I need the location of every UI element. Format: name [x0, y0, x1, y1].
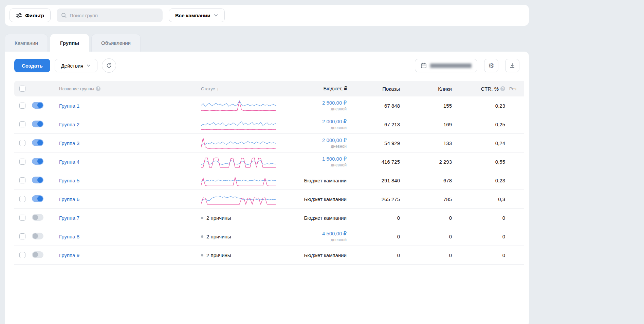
row-checkbox[interactable] — [19, 177, 25, 183]
tabs: Кампании Группы Объявления — [5, 34, 639, 52]
budget-period-label: дневной — [279, 125, 347, 130]
row-checkbox[interactable] — [19, 121, 25, 127]
row-checkbox[interactable] — [19, 140, 25, 146]
select-all-checkbox[interactable] — [19, 86, 25, 92]
group-name-link[interactable]: Группа 8 — [59, 234, 79, 239]
download-icon — [509, 62, 515, 69]
create-button-label: Создать — [22, 63, 43, 69]
status-cell[interactable] — [200, 98, 278, 113]
budget-cell: 2 500,00 ₽дневной — [278, 100, 348, 111]
create-button[interactable]: Создать — [14, 59, 50, 72]
refresh-icon — [106, 62, 112, 69]
status-cell[interactable] — [200, 192, 278, 206]
status-sparkline[interactable] — [201, 173, 276, 187]
tab-groups[interactable]: Группы — [50, 34, 89, 52]
group-name-link[interactable]: Группа 6 — [59, 196, 79, 202]
col-status-label[interactable]: Статус — [201, 86, 215, 91]
status-cell[interactable] — [200, 173, 278, 187]
budget-value[interactable]: 2 000,00 ₽ — [279, 137, 347, 143]
status-cell[interactable] — [200, 155, 278, 169]
status-cell[interactable]: 2 причины — [200, 234, 278, 239]
impressions-cell: 291 840 — [348, 178, 401, 183]
actions-button-label: Действия — [61, 63, 84, 69]
group-toggle[interactable] — [32, 195, 43, 202]
group-toggle[interactable] — [32, 121, 43, 127]
date-range-field[interactable] — [415, 59, 477, 72]
col-name-label[interactable]: Название группы — [59, 86, 94, 91]
status-cell[interactable]: 2 причины — [200, 252, 278, 258]
group-name-link[interactable]: Группа 9 — [59, 252, 79, 258]
filter-button[interactable]: Фильтр — [10, 8, 51, 22]
group-name-link[interactable]: Группа 1 — [59, 103, 79, 109]
row-checkbox[interactable] — [19, 233, 25, 239]
status-reasons-link[interactable]: 2 причины — [206, 252, 231, 258]
group-name-link[interactable]: Группа 5 — [59, 178, 79, 183]
chevron-down-icon — [86, 63, 91, 68]
status-reasons-link[interactable]: 2 причины — [206, 234, 231, 239]
group-name-link[interactable]: Группа 7 — [59, 215, 79, 221]
campaigns-dropdown[interactable]: Все кампании — [169, 8, 225, 22]
status-cell[interactable] — [200, 117, 278, 131]
status-reasons-link[interactable]: 2 причины — [206, 215, 231, 221]
group-toggle[interactable] — [32, 233, 43, 239]
status-dot — [201, 217, 203, 219]
toggle-knob — [33, 233, 38, 239]
col-impressions-label[interactable]: Показы — [382, 86, 400, 92]
row-checkbox[interactable] — [19, 215, 25, 221]
budget-campaign-label: Бюджет кампании — [279, 252, 347, 258]
budget-value[interactable]: 4 500,00 ₽ — [279, 231, 347, 237]
sort-desc-icon[interactable]: ↓ — [217, 86, 219, 91]
budget-cell: 1 500,00 ₽дневной — [278, 156, 348, 167]
status-sparkline[interactable] — [201, 192, 276, 206]
status-cell[interactable] — [200, 136, 278, 150]
row-checkbox[interactable] — [19, 252, 25, 258]
tab-campaigns[interactable]: Кампании — [5, 34, 48, 52]
budget-value[interactable]: 1 500,00 ₽ — [279, 156, 347, 162]
group-toggle[interactable] — [32, 139, 43, 146]
tab-ads[interactable]: Объявления — [91, 34, 141, 52]
row-checkbox[interactable] — [19, 159, 25, 165]
groups-panel: Создать Действия — [5, 52, 529, 324]
status-sparkline[interactable] — [201, 117, 276, 131]
toolbar: Создать Действия — [5, 52, 529, 73]
status-cell[interactable]: 2 причины — [200, 215, 278, 221]
clicks-cell: 678 — [401, 178, 453, 183]
status-sparkline[interactable] — [201, 136, 276, 150]
group-name-link[interactable]: Группа 3 — [59, 140, 79, 146]
group-name-link[interactable]: Группа 2 — [59, 122, 79, 127]
row-checkbox[interactable] — [19, 103, 25, 109]
col-results-label[interactable]: Рез — [509, 86, 516, 91]
group-toggle[interactable] — [32, 214, 43, 221]
group-toggle[interactable] — [32, 251, 43, 258]
filter-bar: Фильтр Все кампании — [5, 5, 529, 26]
table-row: Группа 1 2 500,00 ₽дневной 67 848 155 0,… — [14, 96, 524, 115]
toggle-knob — [37, 159, 43, 164]
status-sparkline[interactable] — [201, 155, 276, 169]
impressions-cell: 54 929 — [348, 140, 401, 146]
settings-button[interactable]: ⚙ — [484, 59, 498, 72]
impressions-cell: 265 275 — [348, 196, 401, 202]
chevron-down-icon — [214, 13, 218, 18]
download-button[interactable] — [505, 59, 519, 72]
row-checkbox[interactable] — [19, 196, 25, 202]
col-budget-label[interactable]: Бюджет, ₽ — [324, 86, 347, 92]
table-body: Группа 1 2 500,00 ₽дневной 67 848 155 0,… — [14, 96, 524, 265]
group-toggle[interactable] — [32, 158, 43, 165]
budget-value[interactable]: 2 000,00 ₽ — [279, 119, 347, 125]
col-ctr-label[interactable]: CTR, % — [481, 86, 499, 92]
group-toggle[interactable] — [32, 177, 43, 183]
status-sparkline[interactable] — [201, 98, 276, 113]
actions-button[interactable]: Действия — [55, 59, 98, 72]
col-clicks-label[interactable]: Клики — [438, 86, 452, 92]
ctr-cell: 0 — [453, 234, 506, 239]
date-range-redacted — [430, 64, 472, 68]
help-icon[interactable]: ? — [500, 86, 505, 91]
budget-value[interactable]: 2 500,00 ₽ — [279, 100, 347, 106]
clicks-cell: 0 — [401, 234, 453, 239]
help-icon[interactable]: ? — [96, 86, 100, 91]
search-input[interactable] — [57, 8, 163, 22]
refresh-button[interactable] — [102, 58, 116, 73]
group-name-link[interactable]: Группа 4 — [59, 159, 79, 165]
group-toggle[interactable] — [32, 102, 43, 109]
toggle-knob — [37, 140, 43, 145]
